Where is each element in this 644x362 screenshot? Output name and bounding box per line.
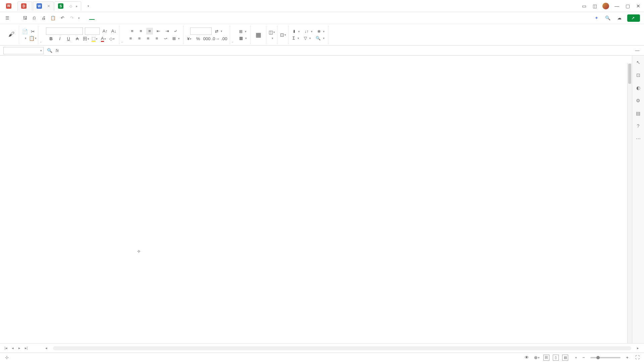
panel-icon-3[interactable]: ⚙ (635, 97, 642, 104)
clipboard-paste-icon[interactable]: 📋▾ (30, 35, 36, 41)
qat-dropdown-icon[interactable]: ▾ (78, 16, 80, 20)
menu-start[interactable] (89, 16, 95, 20)
fill-color-button[interactable]: ⬚▾ (91, 36, 98, 42)
menu-tools[interactable] (146, 17, 151, 19)
share-button[interactable]: ↗ (627, 14, 640, 22)
cell-style-icon[interactable]: ◫▾ (269, 29, 275, 35)
font-name-select[interactable] (46, 27, 83, 35)
file-menu[interactable] (13, 17, 19, 19)
normal-view-button[interactable]: 田 (543, 355, 549, 361)
menu-member[interactable] (154, 17, 159, 19)
prev-sheet-icon[interactable]: ◂ (9, 345, 16, 352)
panel-icon-4[interactable]: ▤ (635, 110, 642, 117)
maximize-button[interactable]: ▢ (625, 3, 631, 9)
next-sheet-icon[interactable]: ▸ (16, 345, 23, 352)
chevron-down-icon[interactable]: ▾ (88, 4, 89, 8)
italic-button[interactable]: I (56, 36, 63, 42)
align-justify-icon[interactable]: ≡ (154, 35, 160, 42)
status-icon[interactable]: ⊹ (3, 354, 10, 361)
zoom-in-button[interactable]: + (624, 354, 631, 361)
group-launcher-icon[interactable]: ⌐ (231, 40, 235, 44)
font-size-select[interactable] (85, 27, 100, 35)
underline-button[interactable]: U (65, 36, 72, 42)
menu-efficiency[interactable] (162, 17, 167, 19)
user-avatar[interactable] (602, 3, 609, 9)
doc-tab-0[interactable]: D (17, 1, 32, 11)
select-icon[interactable]: ↖ (635, 59, 642, 66)
more-sheets-icon[interactable] (30, 345, 36, 352)
page-layout-button[interactable]: ▯ (553, 355, 559, 361)
hamburger-icon[interactable]: ☰ (4, 15, 11, 21)
currency-icon[interactable]: ¥▾ (186, 36, 193, 42)
hscroll-left-icon[interactable]: ◂ (43, 345, 50, 352)
vertical-scrollbar[interactable] (627, 63, 632, 343)
copy-icon[interactable]: 📄 (22, 28, 28, 35)
clipboard-icon[interactable]: 📋 (50, 15, 56, 21)
menu-page[interactable] (105, 17, 111, 19)
close-tab-icon[interactable]: × (47, 3, 50, 9)
sum-button[interactable]: Σ▾ (291, 35, 300, 41)
menu-view[interactable] (138, 17, 143, 19)
target-icon[interactable]: ⊕▾ (533, 354, 540, 361)
wps-ai-button[interactable]: ✦ (595, 15, 600, 20)
border-button[interactable]: 田▾ (83, 36, 89, 42)
bold-button[interactable]: B (48, 36, 54, 42)
decrease-decimal-icon[interactable]: .00 (221, 36, 228, 42)
panel-icon-1[interactable]: ⊡ (635, 72, 642, 78)
minimize-button[interactable]: — (614, 3, 620, 9)
app-home-tab[interactable]: W (3, 1, 17, 11)
align-right-icon[interactable]: ≡ (145, 35, 152, 42)
clear-format-button[interactable]: ◇▾ (109, 36, 115, 42)
fullscreen-icon[interactable]: ⛶ (634, 354, 641, 361)
filter-button[interactable]: ▽▾ (303, 35, 312, 41)
align-top-icon[interactable]: ≡ (129, 28, 136, 35)
paste-button[interactable]: ▾ (22, 36, 28, 41)
sort-button[interactable]: ↓↑▾ (303, 28, 314, 35)
conditional-format-button[interactable]: ▾ (269, 36, 275, 41)
name-box[interactable] (3, 47, 44, 54)
new-tab-button[interactable]: ▾ (82, 1, 93, 11)
group-launcher-icon[interactable]: ⌐ (120, 40, 124, 44)
doc-tab-2[interactable]: S ◇ ● (54, 1, 81, 11)
cut-icon[interactable]: ✂ (30, 28, 36, 35)
menu-data[interactable] (121, 17, 127, 19)
percent-icon[interactable]: % (195, 36, 202, 42)
redo-icon[interactable]: ↷ (68, 15, 75, 21)
fill-button[interactable]: ⬇▾ (291, 28, 301, 35)
save-icon[interactable]: 🖫 (21, 15, 28, 21)
first-sheet-icon[interactable]: |◂ (3, 345, 9, 352)
align-left-icon[interactable]: ≡ (127, 35, 134, 42)
font-color-button[interactable]: A▾ (100, 36, 107, 42)
add-sheet-button[interactable] (36, 345, 43, 352)
page-break-button[interactable]: ▤ (562, 355, 568, 361)
wrap-text-button[interactable]: ⤶ (172, 28, 179, 34)
align-center-icon[interactable]: ≡ (136, 35, 143, 42)
format-painter-button[interactable]: 🖌 (6, 30, 17, 40)
undo-icon[interactable]: ↶ (59, 15, 66, 21)
formula-input[interactable] (61, 47, 631, 54)
table-style-button[interactable]: ▦ (253, 30, 264, 40)
more-panel-icon[interactable]: ⋯ (635, 135, 642, 142)
worksheet-button[interactable]: ▦▾ (238, 35, 248, 41)
format-icon[interactable]: ⊡▾ (280, 32, 286, 38)
rows-cols-button[interactable]: ⊞▾ (238, 28, 248, 35)
horizontal-scrollbar[interactable] (53, 346, 631, 350)
orientation-icon[interactable]: ⤻ (162, 35, 169, 42)
doc-tab-1[interactable]: W × (33, 1, 54, 11)
freeze-button[interactable]: ❄▾ (316, 28, 326, 35)
group-launcher-icon[interactable]: ⌐ (39, 40, 43, 44)
zoom-out-button[interactable]: − (580, 354, 587, 361)
indent-increase-icon[interactable]: ⇥ (164, 28, 170, 35)
increase-font-icon[interactable]: A↑ (102, 28, 108, 35)
find-button[interactable]: 🔍▾ (314, 35, 326, 41)
merge-button[interactable]: ⊞▾ (171, 36, 181, 42)
number-format-select[interactable] (190, 27, 212, 35)
indent-decrease-icon[interactable]: ⇤ (155, 28, 162, 35)
menu-formula[interactable] (113, 17, 119, 19)
hscroll-right-icon[interactable]: ▸ (635, 345, 641, 352)
print-preview-icon[interactable]: ⎙ (31, 15, 38, 21)
zoom-slider[interactable] (590, 357, 621, 358)
panel-icon[interactable]: ▭ (581, 3, 587, 9)
help-icon[interactable]: ? (635, 123, 642, 129)
search-icon[interactable]: 🔍 (604, 15, 611, 21)
